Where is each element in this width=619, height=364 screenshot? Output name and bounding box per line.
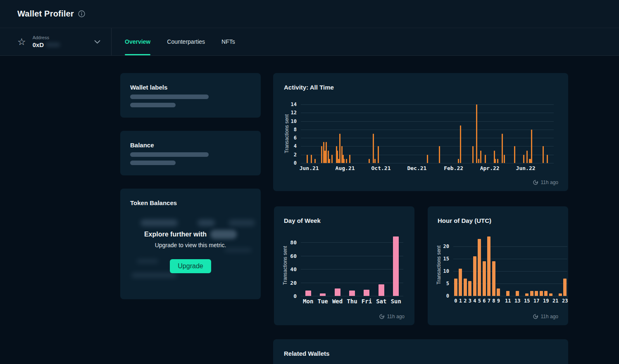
chart-bar	[364, 290, 369, 296]
chart-bar	[504, 155, 505, 163]
chart-bar	[393, 236, 399, 296]
tab-nfts[interactable]: NFTs	[221, 28, 235, 55]
wallet-labels-card: Wallet labels	[120, 73, 261, 118]
activity-card: Activity: All Time 02468101214Transactio…	[273, 73, 568, 191]
chart-bar	[378, 146, 379, 163]
x-tick-label: 17	[533, 298, 539, 304]
x-tick-label: 1	[459, 298, 462, 304]
skeleton-bar	[130, 103, 176, 107]
chart-bar	[514, 146, 515, 163]
history-clock-icon	[379, 314, 385, 319]
upsell-heading: Explore further with	[144, 230, 237, 239]
x-tick-label: 15	[524, 298, 530, 304]
chart-bar	[525, 293, 529, 296]
x-tick-label: Jun.21	[300, 165, 319, 171]
history-clock-icon	[533, 180, 538, 185]
x-tick-label: 19	[543, 298, 549, 304]
x-tick-label: Apr.22	[480, 165, 500, 171]
day-of-week-updated: 11h ago	[379, 314, 405, 319]
x-tick-label: 6	[483, 298, 486, 304]
x-tick-label: Jun.22	[516, 165, 536, 171]
skeleton-bar	[130, 152, 209, 157]
chart-bar	[331, 155, 333, 163]
chart-bar	[476, 104, 477, 163]
chart-bar	[516, 291, 519, 296]
x-tick-label: Aug.21	[336, 165, 355, 171]
upgrade-button[interactable]: Upgrade	[170, 259, 211, 273]
tab-counterparties[interactable]: Counterparties	[167, 28, 205, 55]
x-tick-label: 21	[552, 298, 558, 304]
upsell-subtext: Upgrade to view this metric.	[155, 242, 226, 248]
gridline	[301, 138, 554, 138]
x-tick-label: Sat	[376, 298, 386, 305]
activity-updated: 11h ago	[533, 180, 559, 185]
chart-bar	[473, 256, 476, 296]
chart-bar	[497, 288, 500, 296]
chart-bar	[379, 284, 384, 296]
x-tick-label: 4	[473, 298, 476, 304]
address-redacted-blur	[46, 43, 60, 47]
chart-bar	[526, 151, 528, 163]
chart-bar	[335, 288, 340, 296]
chart-bar	[305, 291, 311, 296]
hour-of-day-card: Hour of Day (UTC) 05101520Transactions s…	[428, 206, 568, 325]
activity-chart: 02468101214Transactions sentJun.21Aug.21…	[273, 73, 568, 191]
chart-bar	[321, 146, 322, 163]
y-axis-label: Transactions sent	[284, 114, 290, 153]
x-tick-label: 8	[492, 298, 495, 304]
hour-of-day-chart: 05101520Transactions sent012345678911131…	[428, 206, 568, 325]
blurred-content	[229, 220, 255, 226]
gridline	[453, 271, 567, 272]
chart-bar	[487, 236, 490, 296]
chart-bar	[329, 159, 330, 163]
gridline	[301, 269, 403, 269]
x-tick-label: Wed	[332, 298, 343, 305]
hour-of-day-updated: 11h ago	[533, 314, 559, 319]
gridline	[301, 163, 554, 163]
chart-bar	[483, 261, 486, 296]
chart-bar	[535, 291, 538, 296]
x-tick-label: Sun	[391, 298, 401, 305]
x-tick-label: Tue	[317, 298, 328, 305]
gridline	[453, 246, 567, 247]
chart-bar	[495, 159, 496, 163]
x-tick-label: Thu	[347, 298, 357, 305]
x-tick-label: 9	[497, 298, 500, 304]
chart-bar	[326, 142, 327, 163]
skeleton-bar	[130, 161, 176, 165]
y-axis-label: Transactions sent	[282, 246, 288, 284]
x-tick-label: Mon	[303, 298, 313, 305]
tab-overview[interactable]: Overview	[125, 28, 150, 55]
chart-bar	[320, 293, 326, 296]
favorite-star-icon[interactable]: ☆	[17, 37, 26, 47]
chart-bar	[523, 155, 524, 163]
chart-bar	[454, 279, 457, 296]
balance-title: Balance	[130, 142, 154, 149]
chart-bar	[314, 159, 316, 163]
gridline	[301, 242, 403, 243]
skeleton-bar	[130, 95, 209, 99]
address-display: Address 0xD	[33, 35, 60, 48]
x-tick-label: 2	[464, 298, 467, 304]
chart-bar	[324, 151, 326, 163]
x-tick-label: 11	[505, 298, 511, 304]
chart-bar	[531, 130, 532, 163]
y-axis-label: Transactions sent	[436, 246, 442, 284]
chart-bar	[543, 146, 544, 163]
chart-bar	[502, 134, 503, 163]
app-header: Wallet Profiler	[0, 0, 619, 28]
y-tick-label: 0	[429, 293, 449, 299]
chevron-down-icon	[94, 38, 100, 45]
gridline	[301, 121, 554, 122]
chart-bar	[468, 281, 471, 296]
address-selector[interactable]: ☆ Address 0xD	[0, 28, 112, 55]
wallet-profiler-app: Wallet Profiler ☆ Address 0xD Overview C…	[0, 0, 619, 364]
gridline	[301, 283, 403, 283]
subheader: ☆ Address 0xD Overview Counterparties NF…	[0, 28, 619, 56]
gridline	[301, 296, 403, 296]
chart-bar	[549, 293, 552, 296]
gridline	[301, 146, 554, 147]
chart-bar	[478, 239, 481, 296]
info-icon[interactable]	[78, 10, 85, 17]
address-label: Address	[33, 35, 60, 40]
